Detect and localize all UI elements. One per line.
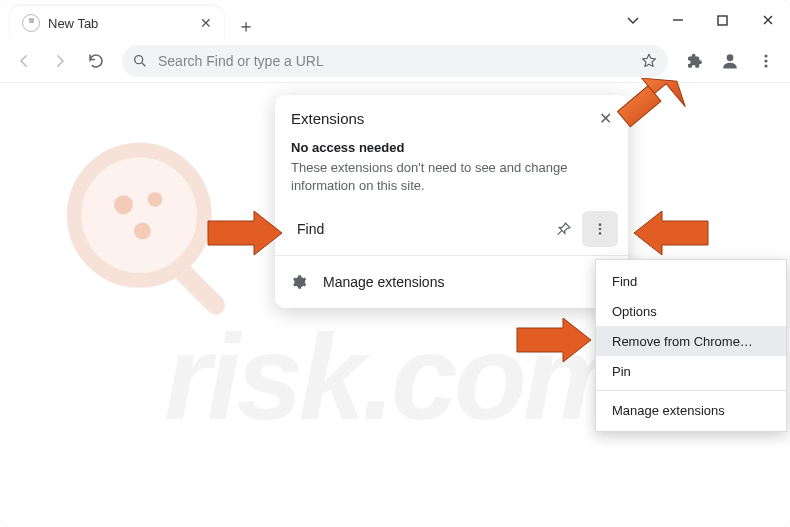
extensions-popup-subheading: No access needed — [275, 132, 628, 157]
svg-rect-1 — [718, 16, 727, 25]
menu-button[interactable] — [750, 45, 782, 77]
svg-point-9 — [114, 195, 133, 214]
divider — [275, 255, 628, 256]
pin-extension-button[interactable] — [546, 211, 582, 247]
svg-line-3 — [142, 63, 145, 66]
extensions-popup: Extensions ✕ No access needed These exte… — [275, 95, 628, 308]
extensions-popup-title: Extensions — [291, 110, 599, 127]
context-menu-manage[interactable]: Manage extensions — [596, 395, 786, 425]
svg-rect-12 — [171, 260, 229, 318]
new-tab-button[interactable]: ＋ — [232, 12, 260, 40]
window-dropdown-button[interactable] — [610, 0, 655, 40]
svg-point-4 — [727, 54, 734, 61]
extensions-popup-description: These extensions don't need to see and c… — [275, 157, 628, 209]
search-icon — [132, 53, 148, 69]
svg-point-8 — [74, 150, 204, 280]
bookmark-star-button[interactable] — [640, 52, 658, 70]
svg-point-2 — [135, 56, 143, 64]
gear-icon — [291, 274, 307, 290]
back-button[interactable] — [8, 45, 40, 77]
extension-more-button[interactable] — [582, 211, 618, 247]
tab-title: New Tab — [48, 16, 194, 31]
reload-button[interactable] — [80, 45, 112, 77]
forward-button[interactable] — [44, 45, 76, 77]
svg-point-15 — [599, 232, 602, 235]
svg-point-6 — [764, 59, 767, 62]
svg-point-13 — [599, 224, 602, 227]
manage-extensions-label: Manage extensions — [323, 274, 444, 290]
watermark-text: risk.com — [164, 308, 626, 446]
divider — [596, 390, 786, 391]
context-menu-pin[interactable]: Pin — [596, 356, 786, 386]
tab-favicon-icon — [22, 14, 40, 32]
extension-name: Find — [285, 221, 546, 237]
tab-close-button[interactable]: ✕ — [200, 15, 212, 31]
extensions-button[interactable] — [678, 45, 710, 77]
context-menu-remove[interactable]: Remove from Chrome… — [596, 326, 786, 356]
address-bar[interactable]: Search Find or type a URL — [122, 45, 668, 77]
svg-point-7 — [764, 64, 767, 67]
context-menu: Find Options Remove from Chrome… Pin Man… — [595, 259, 787, 432]
profile-button[interactable] — [714, 45, 746, 77]
window-minimize-button[interactable] — [655, 0, 700, 40]
window-close-button[interactable] — [745, 0, 790, 40]
extensions-popup-close-button[interactable]: ✕ — [599, 109, 612, 128]
svg-point-5 — [764, 54, 767, 57]
svg-point-10 — [148, 192, 163, 207]
svg-point-11 — [134, 223, 151, 240]
extension-item[interactable]: Find — [275, 209, 628, 249]
browser-tab[interactable]: New Tab ✕ — [10, 6, 224, 40]
context-menu-find[interactable]: Find — [596, 266, 786, 296]
address-bar-placeholder: Search Find or type a URL — [158, 53, 634, 69]
manage-extensions-button[interactable]: Manage extensions — [275, 262, 628, 302]
context-menu-options[interactable]: Options — [596, 296, 786, 326]
svg-point-14 — [599, 228, 602, 231]
window-maximize-button[interactable] — [700, 0, 745, 40]
